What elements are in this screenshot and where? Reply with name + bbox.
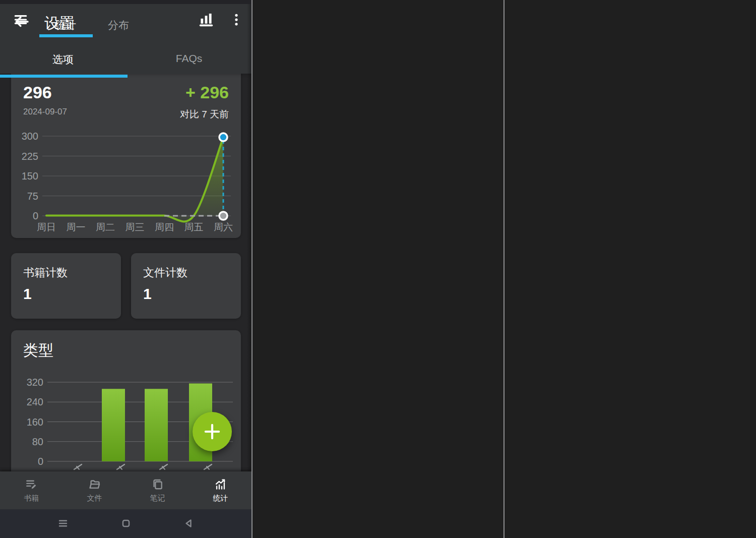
- svg-text:0: 0: [33, 210, 38, 221]
- nav-files-tab[interactable]: 文件: [63, 471, 126, 509]
- svg-text:周四: 周四: [155, 222, 174, 232]
- book-count-label: 书籍计数: [23, 265, 68, 280]
- trend-value: 296: [23, 83, 52, 102]
- nav-notes-tab[interactable]: 笔记: [126, 471, 189, 509]
- system-nav-bar: [0, 509, 252, 538]
- back-button[interactable]: [182, 516, 196, 530]
- recents-button[interactable]: [56, 516, 70, 530]
- folder-open-icon: [88, 477, 101, 491]
- screenshot-canvas: 全文搜索 最近编辑: 欢迎使用: [0, 0, 756, 538]
- svg-text:150: 150: [22, 170, 38, 182]
- plus-icon: [202, 421, 223, 442]
- menu-button[interactable]: [11, 10, 30, 29]
- svg-text:周日: 周日: [37, 222, 56, 232]
- hamburger-icon: [13, 12, 29, 28]
- book-count-card: 书籍计数 1: [11, 253, 121, 319]
- stats-header: 统计 分布: [0, 4, 252, 43]
- bar-chart-icon: [198, 11, 215, 28]
- svg-text:周五: 周五: [184, 222, 204, 232]
- notes-copy-icon: [151, 477, 164, 491]
- tab-distribution[interactable]: 分布: [91, 18, 146, 32]
- nav-stats-tab[interactable]: 统计: [189, 471, 252, 509]
- svg-text:320: 320: [27, 377, 43, 388]
- book-count-value: 1: [23, 285, 32, 303]
- nav-label: 书籍: [24, 494, 39, 503]
- tab-faqs[interactable]: FAQs: [126, 52, 252, 65]
- home-button[interactable]: [119, 516, 133, 530]
- three-dots-icon: [229, 12, 244, 27]
- nav-label: 文件: [87, 494, 102, 503]
- file-count-label: 文件计数: [143, 265, 187, 280]
- add-book-fab[interactable]: [193, 412, 232, 451]
- nav-label: 统计: [213, 494, 228, 503]
- trend-date: 2024-09-07: [23, 107, 67, 117]
- stats-chart-icon: [214, 477, 227, 491]
- nav-label: 笔记: [150, 494, 165, 503]
- tab-statistics[interactable]: 统计: [35, 18, 96, 32]
- overflow-menu-button[interactable]: [227, 10, 246, 29]
- recents-icon: [56, 516, 70, 530]
- svg-text:75: 75: [27, 191, 38, 202]
- back-triangle-icon: [182, 516, 196, 530]
- trend-line-chart: 075150225300周日周一周二周三周四周五周六: [15, 129, 237, 236]
- books-icon: [25, 477, 38, 491]
- nav-books-tab[interactable]: 书籍: [0, 471, 63, 509]
- svg-text:240: 240: [27, 396, 43, 407]
- stats-bottom-nav: 书籍 文件 笔记 统计: [0, 471, 252, 509]
- svg-text:0: 0: [38, 456, 43, 467]
- screen-separator: [503, 0, 505, 538]
- svg-text:周一: 周一: [67, 222, 86, 232]
- svg-text:周六: 周六: [214, 222, 233, 232]
- file-count-card: 文件计数 1: [131, 253, 241, 319]
- screen-statistics: 统计 分布 趋势 - 文字 296 2024-09-07 + 296 对比 7 …: [0, 0, 252, 538]
- home-icon: [119, 516, 133, 530]
- svg-text:周二: 周二: [96, 222, 115, 232]
- active-tab-indicator: [39, 34, 93, 37]
- svg-text:300: 300: [22, 131, 38, 142]
- svg-text:80: 80: [32, 436, 43, 447]
- type-card-title: 类型: [23, 340, 53, 361]
- svg-text:周三: 周三: [125, 222, 145, 232]
- active-tab-indicator: [0, 75, 128, 78]
- status-bar-strip: [0, 0, 252, 4]
- file-count-value: 1: [143, 285, 152, 303]
- chart-type-button[interactable]: [196, 9, 217, 30]
- screen-separator: [251, 0, 253, 538]
- trend-compare-label: 对比 7 天前: [180, 108, 229, 121]
- svg-text:225: 225: [22, 151, 38, 162]
- trend-delta: + 296: [185, 83, 229, 102]
- tab-options[interactable]: 选项: [0, 52, 126, 67]
- svg-text:160: 160: [27, 416, 43, 428]
